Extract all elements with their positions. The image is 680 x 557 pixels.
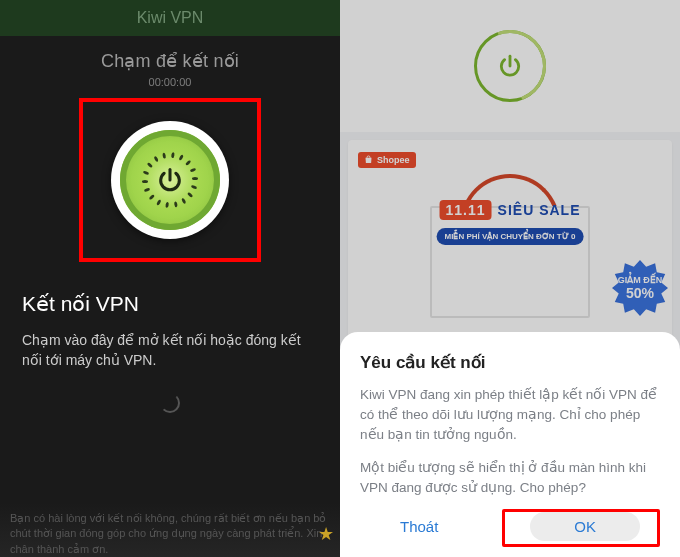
info-title: Kết nối VPN bbox=[22, 292, 318, 316]
dialog-paragraph-2: Một biểu tượng sẽ hiển thị ở đầu màn hìn… bbox=[360, 458, 660, 499]
dialog-body: Kiwi VPN đang xin phép thiết lập kết nối… bbox=[360, 385, 660, 498]
app-header: Kiwi VPN bbox=[0, 0, 340, 36]
screen-before-connect: Kiwi VPN Chạm để kết nối 00:00:00 Kết nố… bbox=[0, 0, 340, 557]
dialog-actions: Thoát OK bbox=[360, 510, 660, 543]
power-icon bbox=[156, 166, 184, 194]
info-description: Chạm vào đây để mở kết nối hoặc đóng kết… bbox=[22, 330, 318, 371]
dialog-paragraph-1: Kiwi VPN đang xin phép thiết lập kết nối… bbox=[360, 385, 660, 446]
connection-request-dialog: Yêu cầu kết nối Kiwi VPN đang xin phép t… bbox=[340, 332, 680, 557]
dialog-ok-button[interactable]: OK bbox=[530, 512, 640, 541]
tap-to-connect-label: Chạm để kết nối bbox=[0, 50, 340, 72]
connect-button[interactable] bbox=[111, 121, 229, 239]
feedback-footer: Bạn có hài lòng với kết nối không, chúng… bbox=[0, 503, 340, 557]
feedback-text: Bạn có hài lòng với kết nối không, chúng… bbox=[10, 512, 326, 555]
connect-button-highlight bbox=[79, 98, 261, 262]
connect-header: Chạm để kết nối 00:00:00 bbox=[0, 36, 340, 88]
info-panel: Kết nối VPN Chạm vào đây để mở kết nối h… bbox=[0, 262, 340, 413]
kiwi-icon bbox=[120, 130, 220, 230]
dialog-title: Yêu cầu kết nối bbox=[360, 352, 660, 373]
connection-timer: 00:00:00 bbox=[0, 76, 340, 88]
loading-spinner-icon bbox=[160, 393, 180, 413]
dialog-cancel-button[interactable]: Thoát bbox=[380, 510, 458, 543]
star-icon[interactable]: ★ bbox=[318, 522, 334, 547]
screen-connect-dialog: Shopee 11.11 SIÊU SALE MIỄN PHÍ VẬN CHUY… bbox=[340, 0, 680, 557]
dialog-scrim: Yêu cầu kết nối Kiwi VPN đang xin phép t… bbox=[340, 0, 680, 557]
app-title: Kiwi VPN bbox=[137, 9, 204, 27]
